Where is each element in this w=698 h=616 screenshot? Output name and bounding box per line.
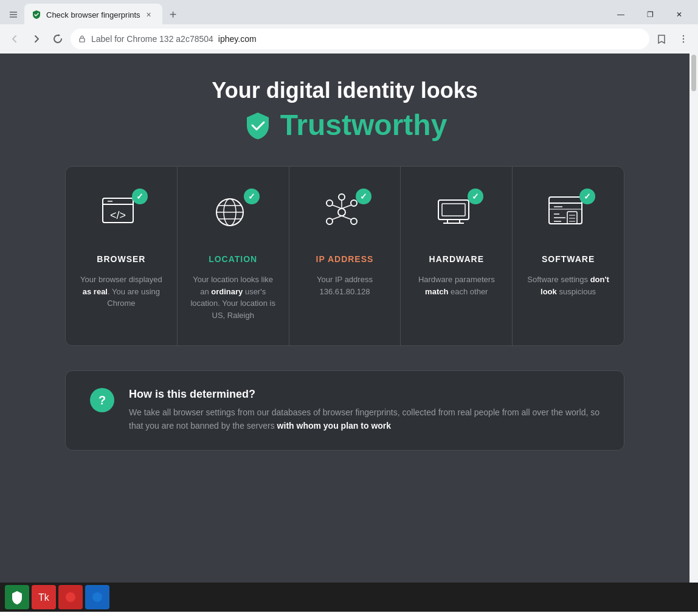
chrome-menu-button[interactable] (674, 29, 693, 49)
webpage: Your digital identity looks Trustworthy (0, 54, 689, 583)
hardware-icon-wrapper: ✓ (432, 191, 481, 240)
browser-icon-wrapper: </> ✓ (97, 191, 145, 240)
minimize-button[interactable]: — (607, 5, 635, 24)
url-domain: iphey.com (218, 34, 257, 44)
taskbar-icon-1[interactable] (5, 585, 29, 609)
new-tab-button[interactable]: + (165, 6, 182, 23)
svg-point-16 (327, 218, 333, 224)
reload-button[interactable] (49, 29, 68, 49)
url-label: Label for Chrome 132 a2c78504 (91, 34, 213, 44)
software-card-desc: Software settings don't look suspicious (525, 274, 612, 297)
taskbar-icon-2[interactable]: Tk (32, 585, 56, 609)
tab-favicon (32, 10, 41, 19)
svg-point-41 (66, 592, 75, 602)
hardware-card-desc: Hardware parameters match each other (413, 274, 500, 297)
browser-check-badge: ✓ (132, 189, 148, 204)
maximize-button[interactable]: ❐ (636, 5, 664, 24)
tab-title: Check browser fingerprints (46, 10, 140, 19)
svg-point-15 (351, 200, 357, 206)
location-card-title: LOCATION (209, 254, 257, 264)
browser-viewport: Your digital identity looks Trustworthy (0, 54, 698, 583)
back-button[interactable] (5, 29, 24, 49)
svg-rect-36 (567, 212, 577, 224)
browser-card: </> ✓ BROWSER Your browser displayed as … (66, 167, 178, 345)
svg-point-13 (338, 209, 345, 216)
location-icon-wrapper: ✓ (209, 191, 257, 240)
location-check-badge: ✓ (244, 189, 260, 204)
software-icon-wrapper: ✓ (544, 191, 593, 240)
tab-close-button[interactable]: × (143, 9, 155, 21)
close-button[interactable]: ✕ (665, 5, 693, 24)
svg-line-22 (342, 216, 351, 220)
svg-point-17 (351, 218, 357, 224)
svg-point-3 (683, 41, 684, 43)
active-tab[interactable]: Check browser fingerprints × (24, 4, 162, 26)
bookmark-button[interactable] (652, 29, 671, 49)
chrome-browser-frame: Check browser fingerprints × + — ❐ ✕ Lab… (0, 0, 698, 583)
svg-point-18 (339, 194, 345, 200)
info-content: How is this determined? We take all brow… (129, 388, 600, 433)
hardware-card: ✓ HARDWARE Hardware parameters match eac… (401, 167, 513, 345)
hero-subtitle: Your digital identity looks (12, 78, 677, 103)
hardware-card-title: HARDWARE (429, 254, 484, 264)
svg-line-19 (332, 205, 342, 209)
info-box: ? How is this determined? We take all br… (65, 370, 624, 451)
hero-section: Your digital identity looks Trustworthy (12, 78, 677, 142)
browser-card-desc: Your browser displayed as real. You are … (78, 274, 165, 310)
page-content: Your digital identity looks Trustworthy (0, 54, 689, 583)
svg-text:</>: </> (110, 209, 126, 221)
svg-point-2 (683, 38, 684, 40)
scrollbar-thumb[interactable] (691, 55, 696, 91)
svg-text:Tk: Tk (38, 592, 50, 603)
svg-rect-24 (438, 200, 469, 220)
shield-icon (243, 110, 273, 140)
svg-line-20 (342, 205, 351, 209)
svg-line-21 (332, 216, 342, 220)
location-card: ✓ LOCATION Your location looks like an o… (178, 167, 289, 345)
software-card-title: SOFTWARE (542, 254, 595, 264)
url-bar[interactable]: Label for Chrome 132 a2c78504 iphey.com (71, 29, 649, 49)
taskbar-icon-3[interactable] (58, 585, 83, 609)
hardware-check-badge: ✓ (468, 189, 483, 204)
software-check-badge: ✓ (579, 189, 595, 204)
svg-point-14 (327, 200, 333, 206)
svg-rect-0 (80, 38, 85, 42)
ip-card-title: IP ADDRESS (316, 254, 374, 264)
question-mark-icon: ? (90, 388, 114, 412)
ip-address-card: ✓ IP ADDRESS Your IP address 136.61.80.1… (289, 167, 401, 345)
taskbar-icon-4[interactable] (85, 585, 109, 609)
software-card: ✓ SOFTWARE Software settings don't look … (513, 167, 624, 345)
svg-point-1 (683, 35, 684, 36)
cards-container: </> ✓ BROWSER Your browser displayed as … (65, 166, 624, 346)
status-text: Trustworthy (280, 108, 447, 142)
location-card-desc: Your location looks like an ordinary use… (190, 274, 277, 321)
ip-check-badge: ✓ (356, 189, 371, 204)
svg-rect-25 (442, 204, 465, 216)
security-icon (78, 35, 86, 43)
title-bar: Check browser fingerprints × + — ❐ ✕ (0, 0, 698, 24)
scrollbar[interactable] (689, 54, 698, 583)
forward-button[interactable] (27, 29, 46, 49)
browser-card-title: BROWSER (97, 254, 145, 264)
info-title: How is this determined? (129, 388, 600, 401)
tab-list-button[interactable] (5, 6, 22, 23)
taskbar: Tk (0, 583, 698, 612)
address-bar: Label for Chrome 132 a2c78504 iphey.com (0, 24, 698, 54)
hero-status: Trustworthy (12, 108, 677, 142)
svg-point-42 (92, 592, 102, 602)
window-controls: — ❐ ✕ (607, 5, 693, 24)
ip-icon-wrapper: ✓ (320, 191, 369, 240)
info-text: We take all browser settings from our da… (129, 406, 600, 433)
ip-card-desc: Your IP address 136.61.80.128 (302, 274, 389, 297)
